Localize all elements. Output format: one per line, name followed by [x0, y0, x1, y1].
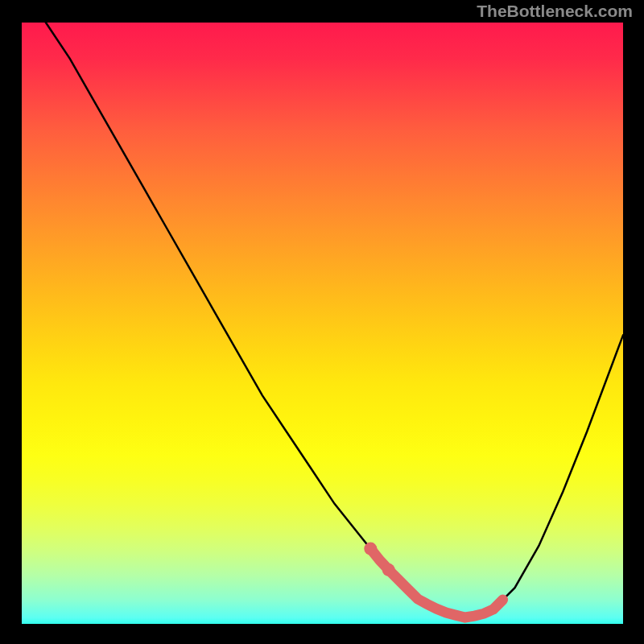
watermark-text: TheBottleneck.com — [477, 2, 633, 20]
watermark: TheBottleneck.com — [477, 2, 633, 21]
bottleneck-curve — [46, 23, 623, 618]
chart-svg — [0, 0, 644, 644]
highlight-dot-1 — [364, 543, 377, 555]
highlight-dot-2 — [382, 564, 395, 576]
chart-container: TheBottleneck.com — [0, 0, 644, 644]
highlight-segment — [370, 549, 502, 617]
main-curve-group — [46, 23, 623, 618]
